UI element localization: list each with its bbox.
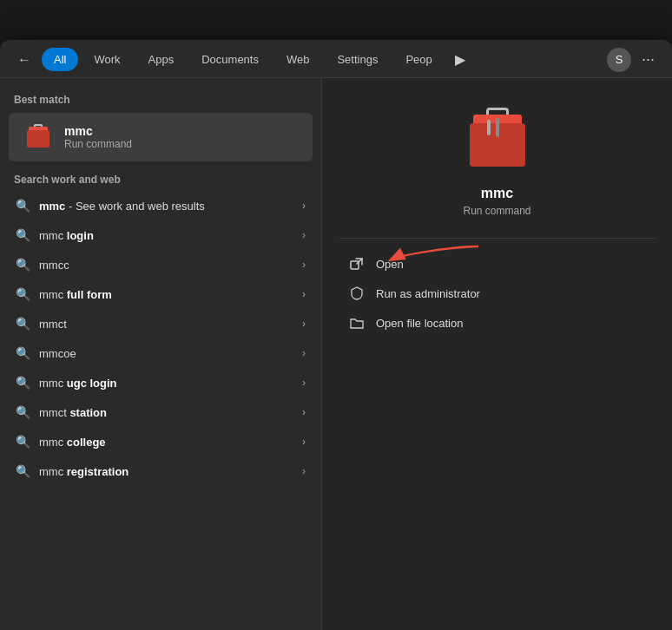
tab-work[interactable]: Work (82, 48, 132, 71)
chevron-right-icon: › (302, 288, 306, 300)
list-item[interactable]: 🔍 mmc login › (3, 220, 318, 250)
tab-all[interactable]: All (42, 48, 78, 71)
search-icon: 🔍 (16, 435, 30, 449)
open-file-location-action[interactable]: Open file location (339, 308, 655, 338)
tab-apps[interactable]: Apps (136, 48, 187, 71)
back-icon: ← (17, 52, 31, 68)
chevron-right-icon: › (302, 318, 306, 330)
tab-people[interactable]: Peop (393, 48, 444, 71)
suggestion-text: mmc registration (39, 465, 293, 478)
suggestion-text: mmc full form (39, 288, 293, 301)
suggestion-text: mmc college (39, 436, 293, 449)
best-match-app-name: mmc (64, 124, 132, 138)
open-action[interactable]: Open (339, 249, 655, 279)
run-as-admin-action[interactable]: Run as administrator (339, 279, 655, 308)
suggestion-text: mmct (39, 318, 293, 331)
best-match-text: mmc Run command (64, 124, 132, 150)
play-button[interactable]: ▶ (448, 48, 472, 71)
more-button[interactable]: ··· (635, 47, 662, 72)
search-icon: 🔍 (16, 317, 30, 331)
list-item[interactable]: 🔍 mmc ugc login › (3, 368, 318, 397)
best-match-app-icon (23, 121, 54, 153)
list-item[interactable]: 🔍 mmc - See work and web results › (3, 191, 318, 220)
app-icon-large (463, 104, 532, 174)
suggestion-list: 🔍 mmc - See work and web results › 🔍 mmc… (0, 191, 321, 620)
chevron-right-icon: › (302, 406, 306, 418)
chevron-right-icon: › (302, 465, 306, 477)
suggestion-text: mmc - See work and web results (39, 200, 293, 213)
divider (339, 238, 655, 239)
chevron-right-icon: › (302, 347, 306, 359)
search-section-title: Search work and web (0, 170, 321, 191)
tab-web[interactable]: Web (274, 48, 322, 71)
search-panel: ← All Work Apps Documents Web Settings P… (0, 40, 672, 630)
more-icon: ··· (642, 50, 655, 68)
best-match-item[interactable]: mmc Run command (9, 113, 313, 161)
shield-icon (348, 286, 366, 300)
folder-icon (348, 316, 366, 330)
list-item[interactable]: 🔍 mmc full form › (3, 279, 318, 309)
list-item[interactable]: 🔍 mmct station › (3, 397, 318, 427)
run-as-admin-label: Run as administrator (376, 287, 480, 300)
action-list: Open (339, 249, 655, 338)
chevron-right-icon: › (302, 259, 306, 271)
open-label: Open (376, 258, 404, 271)
search-icon: 🔍 (16, 346, 30, 360)
search-icon: 🔍 (16, 199, 30, 213)
tab-documents[interactable]: Documents (189, 48, 271, 71)
best-match-title: Best match (0, 89, 321, 113)
search-icon: 🔍 (16, 376, 30, 390)
suggestion-text: mmct station (39, 406, 293, 419)
search-icon: 🔍 (16, 258, 30, 272)
list-item[interactable]: 🔍 mmct › (3, 309, 318, 338)
app-name-large: mmc (481, 186, 513, 201)
chevron-right-icon: › (302, 377, 306, 389)
chevron-right-icon: › (302, 229, 306, 241)
right-panel: mmc Run command Open (321, 78, 672, 630)
chevron-right-icon: › (302, 200, 306, 212)
suggestion-text: mmcc (39, 259, 293, 272)
left-panel: Best match mmc Run command Search work a… (0, 78, 321, 630)
list-item[interactable]: 🔍 mmcoe › (3, 338, 318, 368)
search-icon: 🔍 (16, 405, 30, 419)
list-item[interactable]: 🔍 mmcc › (3, 250, 318, 279)
search-icon: 🔍 (16, 287, 30, 301)
list-item[interactable]: 🔍 mmc college › (3, 427, 318, 456)
list-item[interactable]: 🔍 mmc registration › (3, 456, 318, 486)
tabs-bar: ← All Work Apps Documents Web Settings P… (0, 40, 672, 78)
suggestion-text: mmcoe (39, 347, 293, 360)
main-content: Best match mmc Run command Search work a… (0, 78, 672, 630)
suggestion-text: mmc ugc login (39, 377, 293, 390)
external-link-icon (348, 257, 366, 271)
open-file-location-label: Open file location (376, 317, 463, 330)
app-type: Run command (463, 205, 530, 217)
best-match-app-sub: Run command (64, 138, 132, 150)
user-button[interactable]: S (607, 48, 631, 72)
search-icon: 🔍 (16, 464, 30, 478)
play-icon: ▶ (455, 51, 465, 68)
suggestion-text: mmc login (39, 229, 293, 242)
back-button[interactable]: ← (10, 49, 38, 71)
chevron-right-icon: › (302, 436, 306, 448)
tab-settings[interactable]: Settings (325, 48, 390, 71)
search-icon: 🔍 (16, 228, 30, 242)
